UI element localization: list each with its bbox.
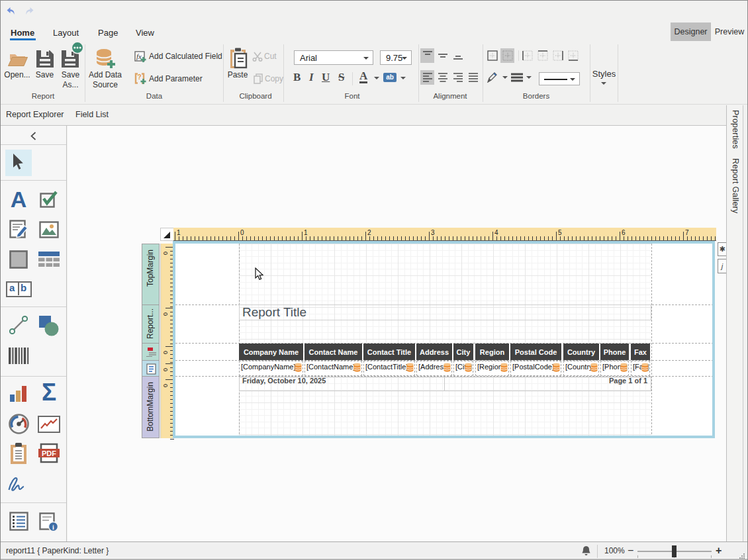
- svg-text:fx: fx: [136, 52, 142, 60]
- svg-text:i: i: [52, 524, 54, 531]
- svg-text:PDF: PDF: [42, 449, 56, 457]
- svg-text:?: ?: [138, 73, 142, 81]
